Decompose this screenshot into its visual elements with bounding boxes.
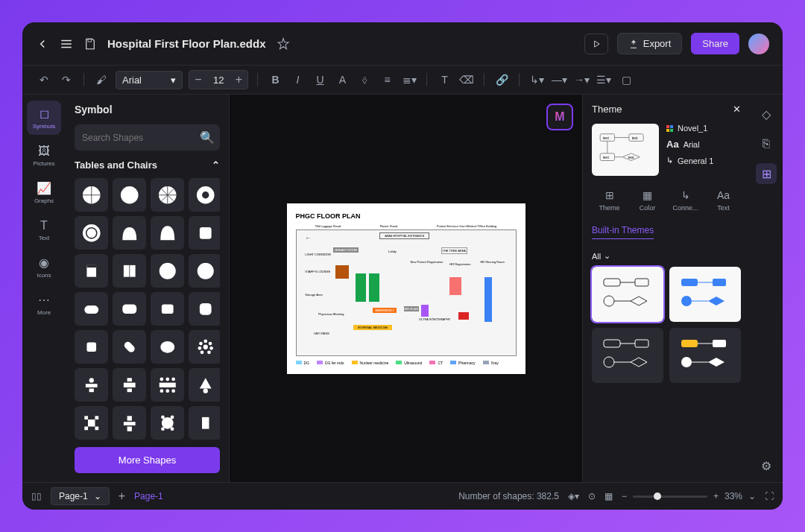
rail-symbols[interactable]: ◻Symbols	[27, 101, 61, 135]
zoom-slider[interactable]	[633, 495, 707, 498]
close-icon[interactable]: ✕	[733, 104, 741, 115]
align-button[interactable]: ≡	[379, 72, 395, 88]
italic-button[interactable]: I	[289, 72, 306, 88]
more-shapes-button[interactable]: More Shapes	[75, 447, 220, 473]
settings-icon[interactable]: ⚙	[756, 455, 777, 476]
theme-card[interactable]	[592, 328, 663, 383]
shape-item[interactable]	[151, 254, 184, 288]
save-icon[interactable]	[83, 37, 97, 51]
zoom-in[interactable]: +	[713, 491, 719, 501]
page-select[interactable]: Page-1⌄	[51, 487, 110, 505]
shape-item[interactable]	[75, 178, 108, 212]
user-avatar[interactable]	[748, 34, 769, 54]
link-button[interactable]: 🔗	[493, 72, 510, 88]
shape-item[interactable]	[75, 330, 108, 364]
shape-item[interactable]	[189, 368, 220, 402]
shape-item[interactable]	[75, 406, 108, 440]
svg-rect-49	[95, 426, 98, 430]
shape-item[interactable]	[75, 292, 108, 326]
font-size-value[interactable]: 12	[207, 75, 230, 86]
font-size-decrease[interactable]: −	[189, 71, 207, 89]
bold-button[interactable]: B	[267, 72, 283, 88]
shape-item[interactable]	[151, 178, 184, 212]
category-header[interactable]: Tables and Chairs ⌃	[75, 159, 220, 171]
arrow-style-button[interactable]: →▾	[573, 72, 590, 88]
floor-plan-title: PHGC FLOOR PLAN	[296, 212, 517, 220]
shape-item[interactable]	[75, 368, 108, 402]
rail-pictures[interactable]: 🖼Pictures	[27, 138, 61, 172]
theme-card[interactable]	[592, 267, 663, 322]
search-input[interactable]	[82, 133, 194, 143]
play-button[interactable]	[584, 34, 608, 54]
shape-item[interactable]	[189, 178, 220, 212]
shape-item[interactable]	[151, 216, 184, 250]
redo-button[interactable]: ↷	[58, 72, 75, 88]
export-button[interactable]: Export	[617, 33, 683, 54]
zoom-out[interactable]: −	[622, 491, 627, 501]
tab-theme[interactable]: ⊞Theme	[592, 185, 627, 216]
rail-more[interactable]: ⋯More	[27, 287, 61, 321]
shape-item[interactable]	[75, 216, 108, 250]
menu-button[interactable]	[60, 37, 73, 51]
fill-tool-icon[interactable]: ◇	[756, 104, 777, 124]
shape-item[interactable]	[189, 254, 220, 288]
clear-format-button[interactable]: ⌫	[458, 72, 475, 88]
shape-item[interactable]	[113, 254, 146, 288]
line-spacing-button[interactable]: ≣▾	[401, 72, 417, 88]
shape-item[interactable]	[113, 178, 146, 212]
text-tool-button[interactable]: T	[436, 72, 452, 88]
star-icon[interactable]	[277, 37, 290, 51]
shape-item[interactable]	[113, 330, 146, 364]
shape-item[interactable]	[189, 406, 220, 440]
canvas[interactable]: M PHGC FLOOR PLAN Old Luggage StandFlowe…	[230, 95, 582, 482]
shape-item[interactable]	[113, 406, 146, 440]
line-style-button[interactable]: —▾	[551, 72, 567, 88]
shape-item[interactable]	[151, 330, 184, 364]
font-size-increase[interactable]: +	[230, 71, 247, 89]
undo-button[interactable]: ↶	[36, 72, 52, 88]
list-button[interactable]: ☰▾	[596, 72, 612, 88]
rail-graphs[interactable]: 📈Graphs	[27, 175, 61, 209]
shape-item[interactable]	[75, 254, 108, 288]
layout-button[interactable]: ▢	[618, 72, 634, 88]
share-button[interactable]: Share	[691, 33, 739, 54]
shape-item[interactable]	[189, 330, 220, 364]
svg-rect-18	[200, 303, 212, 315]
export-tool-icon[interactable]: ⎘	[756, 133, 777, 154]
format-painter-icon[interactable]: 🖌	[93, 72, 110, 88]
rail-icons[interactable]: ◉Icons	[27, 250, 61, 284]
theme-card[interactable]	[669, 267, 741, 322]
text-color-button[interactable]: A	[334, 72, 350, 88]
shape-item[interactable]	[151, 368, 184, 402]
shape-item[interactable]	[151, 292, 184, 326]
theme-filter-all[interactable]: All⌄	[592, 251, 741, 261]
pages-icon[interactable]: ▯▯	[31, 491, 42, 501]
shape-item[interactable]	[189, 216, 220, 250]
shape-item[interactable]	[113, 292, 146, 326]
rail-text[interactable]: TText	[27, 212, 61, 247]
shape-item[interactable]	[113, 216, 146, 250]
underline-button[interactable]: U	[312, 72, 328, 88]
connector-button[interactable]: ↳▾	[528, 72, 545, 88]
page-tab[interactable]: Page-1	[134, 491, 163, 501]
shape-item[interactable]	[113, 368, 146, 402]
tab-connector[interactable]: ↳Conne...	[668, 185, 703, 216]
add-page-button[interactable]: +	[119, 490, 125, 503]
theme-card[interactable]	[669, 328, 741, 383]
font-select[interactable]: Arial▾	[116, 71, 183, 89]
theme-tool-icon[interactable]: ⊞	[756, 163, 777, 184]
focus-icon[interactable]: ⊙	[588, 491, 596, 501]
tab-color[interactable]: ▦Color	[630, 185, 665, 216]
shape-item[interactable]	[189, 292, 220, 326]
shape-item[interactable]	[151, 406, 184, 440]
layers-icon[interactable]: ◈▾	[568, 491, 579, 501]
tab-text[interactable]: AaText	[706, 185, 741, 216]
ai-assistant-icon[interactable]: M	[546, 104, 573, 130]
grid-icon[interactable]: ▦	[604, 491, 613, 501]
zoom-dropdown-icon[interactable]: ⌄	[748, 491, 756, 501]
search-shapes[interactable]: 🔍	[75, 124, 220, 151]
floor-plan-document[interactable]: PHGC FLOOR PLAN Old Luggage StandFlower …	[287, 203, 525, 374]
fullscreen-icon[interactable]: ⛶	[765, 491, 774, 501]
highlight-button[interactable]: ⎀	[356, 72, 373, 88]
back-button[interactable]	[36, 37, 49, 51]
